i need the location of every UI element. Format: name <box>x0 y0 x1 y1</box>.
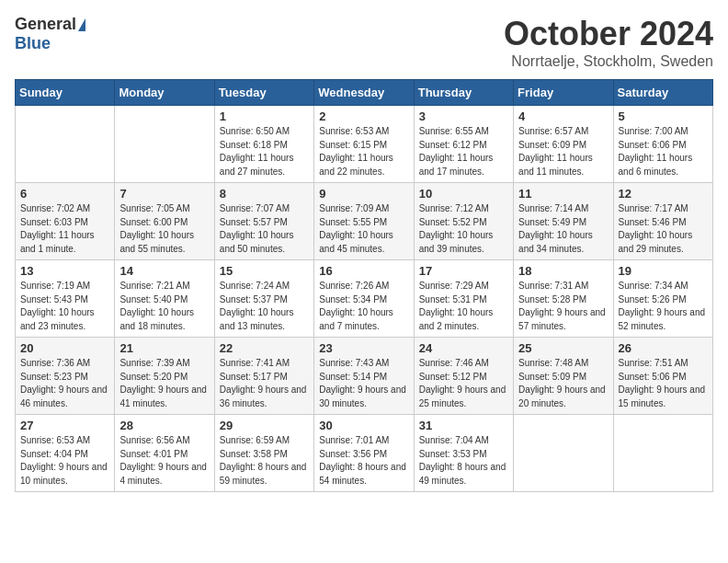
day-number: 16 <box>319 264 408 278</box>
calendar-cell: 23Sunrise: 7:43 AM Sunset: 5:14 PM Dayli… <box>314 338 414 415</box>
calendar-cell: 27Sunrise: 6:53 AM Sunset: 4:04 PM Dayli… <box>16 415 115 492</box>
day-number: 6 <box>20 187 109 201</box>
day-number: 25 <box>518 341 608 355</box>
day-detail: Sunrise: 6:56 AM Sunset: 4:01 PM Dayligh… <box>119 434 209 488</box>
calendar-cell: 3Sunrise: 6:55 AM Sunset: 6:12 PM Daylig… <box>414 106 513 183</box>
logo-icon <box>78 18 85 31</box>
calendar-cell: 10Sunrise: 7:12 AM Sunset: 5:52 PM Dayli… <box>414 183 513 260</box>
day-number: 15 <box>220 264 309 278</box>
day-detail: Sunrise: 7:39 AM Sunset: 5:20 PM Dayligh… <box>119 357 209 410</box>
day-detail: Sunrise: 7:34 AM Sunset: 5:26 PM Dayligh… <box>619 280 708 333</box>
calendar-day-header: Friday <box>514 80 613 106</box>
day-number: 4 <box>518 109 608 123</box>
day-detail: Sunrise: 7:07 AM Sunset: 5:57 PM Dayligh… <box>220 202 309 256</box>
calendar-cell: 28Sunrise: 6:56 AM Sunset: 4:01 PM Dayli… <box>115 415 214 492</box>
calendar-week-row: 27Sunrise: 6:53 AM Sunset: 4:04 PM Dayli… <box>16 415 713 492</box>
calendar-cell: 26Sunrise: 7:51 AM Sunset: 5:06 PM Dayli… <box>613 338 712 415</box>
calendar-cell <box>115 106 214 183</box>
calendar-cell: 18Sunrise: 7:31 AM Sunset: 5:28 PM Dayli… <box>514 260 613 338</box>
day-detail: Sunrise: 7:04 AM Sunset: 3:53 PM Dayligh… <box>419 434 508 488</box>
day-number: 12 <box>619 187 708 201</box>
day-detail: Sunrise: 7:24 AM Sunset: 5:37 PM Dayligh… <box>220 280 309 333</box>
calendar-day-header: Saturday <box>613 80 712 106</box>
day-detail: Sunrise: 7:46 AM Sunset: 5:12 PM Dayligh… <box>419 357 508 410</box>
calendar-header-row: SundayMondayTuesdayWednesdayThursdayFrid… <box>16 80 713 106</box>
title-block: October 2024 Norrtaelje, Stockholm, Swed… <box>504 15 713 70</box>
day-detail: Sunrise: 7:36 AM Sunset: 5:23 PM Dayligh… <box>20 357 109 410</box>
day-detail: Sunrise: 6:55 AM Sunset: 6:12 PM Dayligh… <box>419 125 508 178</box>
day-number: 3 <box>419 109 508 123</box>
day-number: 21 <box>119 341 209 355</box>
month-title: October 2024 <box>504 15 713 53</box>
calendar-cell: 5Sunrise: 7:00 AM Sunset: 6:06 PM Daylig… <box>613 106 712 183</box>
day-number: 9 <box>319 187 408 201</box>
day-detail: Sunrise: 7:00 AM Sunset: 6:06 PM Dayligh… <box>619 125 708 178</box>
day-number: 26 <box>619 341 708 355</box>
calendar-week-row: 1Sunrise: 6:50 AM Sunset: 6:18 PM Daylig… <box>16 106 713 183</box>
calendar-cell: 2Sunrise: 6:53 AM Sunset: 6:15 PM Daylig… <box>314 106 414 183</box>
calendar-cell <box>613 415 712 492</box>
calendar-cell: 30Sunrise: 7:01 AM Sunset: 3:56 PM Dayli… <box>314 415 414 492</box>
day-number: 10 <box>419 187 508 201</box>
calendar-day-header: Sunday <box>16 80 115 106</box>
calendar-cell: 11Sunrise: 7:14 AM Sunset: 5:49 PM Dayli… <box>514 183 613 260</box>
day-detail: Sunrise: 7:19 AM Sunset: 5:43 PM Dayligh… <box>20 280 109 333</box>
day-detail: Sunrise: 7:02 AM Sunset: 6:03 PM Dayligh… <box>20 202 109 256</box>
calendar-cell: 25Sunrise: 7:48 AM Sunset: 5:09 PM Dayli… <box>514 338 613 415</box>
calendar-week-row: 13Sunrise: 7:19 AM Sunset: 5:43 PM Dayli… <box>16 260 713 338</box>
day-number: 29 <box>220 419 309 432</box>
calendar-cell: 29Sunrise: 6:59 AM Sunset: 3:58 PM Dayli… <box>214 415 313 492</box>
day-number: 1 <box>220 109 309 123</box>
logo: General Blue <box>15 15 85 53</box>
day-detail: Sunrise: 7:31 AM Sunset: 5:28 PM Dayligh… <box>518 280 608 333</box>
calendar-cell <box>16 106 115 183</box>
calendar-cell: 14Sunrise: 7:21 AM Sunset: 5:40 PM Dayli… <box>115 260 214 338</box>
calendar-cell: 17Sunrise: 7:29 AM Sunset: 5:31 PM Dayli… <box>414 260 513 338</box>
day-number: 8 <box>220 187 309 201</box>
day-detail: Sunrise: 7:12 AM Sunset: 5:52 PM Dayligh… <box>419 202 508 256</box>
calendar-cell: 8Sunrise: 7:07 AM Sunset: 5:57 PM Daylig… <box>214 183 313 260</box>
day-number: 24 <box>419 341 508 355</box>
calendar-cell: 16Sunrise: 7:26 AM Sunset: 5:34 PM Dayli… <box>314 260 414 338</box>
calendar-cell <box>514 415 613 492</box>
calendar-week-row: 6Sunrise: 7:02 AM Sunset: 6:03 PM Daylig… <box>16 183 713 260</box>
calendar-cell: 7Sunrise: 7:05 AM Sunset: 6:00 PM Daylig… <box>115 183 214 260</box>
day-number: 22 <box>220 341 309 355</box>
day-number: 18 <box>518 264 608 278</box>
day-number: 28 <box>119 419 209 432</box>
calendar-cell: 6Sunrise: 7:02 AM Sunset: 6:03 PM Daylig… <box>16 183 115 260</box>
calendar-cell: 19Sunrise: 7:34 AM Sunset: 5:26 PM Dayli… <box>613 260 712 338</box>
logo-blue: Blue <box>15 34 51 53</box>
day-detail: Sunrise: 6:50 AM Sunset: 6:18 PM Dayligh… <box>220 125 309 178</box>
calendar-cell: 31Sunrise: 7:04 AM Sunset: 3:53 PM Dayli… <box>414 415 513 492</box>
day-number: 31 <box>419 419 508 432</box>
calendar-cell: 9Sunrise: 7:09 AM Sunset: 5:55 PM Daylig… <box>314 183 414 260</box>
day-number: 2 <box>319 109 408 123</box>
location-title: Norrtaelje, Stockholm, Sweden <box>504 53 713 70</box>
calendar-body: 1Sunrise: 6:50 AM Sunset: 6:18 PM Daylig… <box>16 106 713 492</box>
calendar-cell: 13Sunrise: 7:19 AM Sunset: 5:43 PM Dayli… <box>16 260 115 338</box>
calendar-cell: 22Sunrise: 7:41 AM Sunset: 5:17 PM Dayli… <box>214 338 313 415</box>
day-number: 13 <box>20 264 109 278</box>
day-detail: Sunrise: 6:53 AM Sunset: 6:15 PM Dayligh… <box>319 125 408 178</box>
day-detail: Sunrise: 7:14 AM Sunset: 5:49 PM Dayligh… <box>518 202 608 256</box>
calendar-cell: 20Sunrise: 7:36 AM Sunset: 5:23 PM Dayli… <box>16 338 115 415</box>
day-number: 19 <box>619 264 708 278</box>
day-detail: Sunrise: 7:29 AM Sunset: 5:31 PM Dayligh… <box>419 280 508 333</box>
day-detail: Sunrise: 7:05 AM Sunset: 6:00 PM Dayligh… <box>119 202 209 256</box>
day-detail: Sunrise: 7:41 AM Sunset: 5:17 PM Dayligh… <box>220 357 309 410</box>
day-number: 23 <box>319 341 408 355</box>
day-number: 27 <box>20 419 109 432</box>
day-number: 17 <box>419 264 508 278</box>
calendar-table: SundayMondayTuesdayWednesdayThursdayFrid… <box>15 79 713 492</box>
day-number: 11 <box>518 187 608 201</box>
calendar-day-header: Wednesday <box>314 80 414 106</box>
logo-general: General <box>15 15 76 34</box>
day-number: 30 <box>319 419 408 432</box>
day-detail: Sunrise: 7:43 AM Sunset: 5:14 PM Dayligh… <box>319 357 408 410</box>
calendar-cell: 21Sunrise: 7:39 AM Sunset: 5:20 PM Dayli… <box>115 338 214 415</box>
day-number: 7 <box>119 187 209 201</box>
day-detail: Sunrise: 7:17 AM Sunset: 5:46 PM Dayligh… <box>619 202 708 256</box>
calendar-cell: 24Sunrise: 7:46 AM Sunset: 5:12 PM Dayli… <box>414 338 513 415</box>
day-detail: Sunrise: 6:53 AM Sunset: 4:04 PM Dayligh… <box>20 434 109 488</box>
